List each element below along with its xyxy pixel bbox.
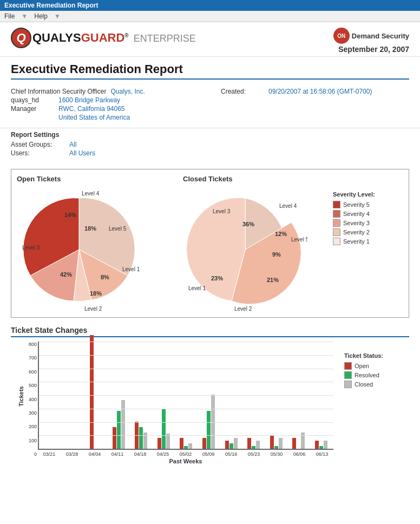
logo-guard: GUARD bbox=[81, 31, 125, 44]
meta-right: Created: 09/20/2007 at 16:58:06 (GMT-070… bbox=[221, 88, 409, 122]
open-tickets-chart: Open Tickets Level 4 Level 5 Leve bbox=[17, 175, 172, 312]
bar-red-bar bbox=[90, 335, 94, 449]
bar-gray-bar bbox=[301, 433, 305, 449]
severity1-color bbox=[333, 238, 340, 245]
meta-created-row: Created: 09/20/2007 at 16:58:06 (GMT-070… bbox=[221, 88, 409, 95]
asset-groups-value: All bbox=[69, 141, 76, 148]
bar-red-bar bbox=[292, 438, 296, 449]
closed-tickets-chart: Closed Tickets Level 3 Level 4 Le bbox=[172, 175, 333, 312]
open-tickets-title: Open Tickets bbox=[17, 175, 167, 183]
open-pie-container: Level 4 Level 5 Level 1 Level 2 Level 3 … bbox=[17, 187, 141, 312]
severity4-color bbox=[333, 210, 340, 218]
bar-red-bar bbox=[158, 438, 161, 449]
bar-red-bar bbox=[315, 441, 319, 449]
closed-legend: Closed bbox=[344, 381, 409, 388]
x-label-03/28: 03/28 bbox=[61, 451, 83, 457]
y400: 400 bbox=[16, 397, 37, 402]
closed-level3-label: Level 3 bbox=[213, 208, 231, 214]
x-label-04/25: 04/25 bbox=[152, 451, 174, 457]
logo-left: Q QUALYSGUARD® ENTERPRISE bbox=[11, 28, 196, 48]
bar-gray-bar bbox=[211, 395, 215, 449]
bar-green-bar bbox=[207, 411, 211, 449]
y-axis-labels: 0 100 200 300 400 500 600 700 800 bbox=[16, 342, 37, 457]
bar-gray-bar bbox=[256, 441, 260, 449]
logo-text: QUALYSGUARD® ENTERPRISE bbox=[32, 31, 196, 45]
open-level4-label: Level 4 bbox=[82, 191, 100, 196]
charts-section: Open Tickets Level 4 Level 5 Leve bbox=[11, 169, 409, 318]
bar-group-05/16 bbox=[220, 438, 242, 449]
bar-green-bar bbox=[139, 427, 143, 449]
settings-section: Report Settings Asset Groups: All Users:… bbox=[0, 128, 420, 163]
x-label-06/13: 06/13 bbox=[311, 451, 333, 457]
closed-tickets-title: Closed Tickets bbox=[183, 175, 333, 183]
users-row: Users: All Users bbox=[11, 149, 409, 157]
open-label: Open bbox=[355, 363, 369, 369]
severity5-color bbox=[333, 201, 340, 208]
logo-reg: ® bbox=[124, 32, 128, 38]
x-label-05/02: 05/02 bbox=[174, 451, 197, 457]
bar-green-bar bbox=[319, 446, 323, 449]
bar-red-bar bbox=[180, 438, 183, 449]
open-legend: Open bbox=[344, 362, 409, 370]
charts-container: Open Tickets Level 4 Level 5 Leve bbox=[17, 175, 403, 312]
help-menu[interactable]: Help bbox=[34, 12, 48, 20]
closed-pie-svg: Level 3 Level 4 Level 5 Level 2 Level 1 … bbox=[183, 187, 307, 312]
severity-legend-title: Severity Level: bbox=[333, 191, 403, 198]
bar-gray-bar bbox=[188, 443, 192, 449]
grid-400 bbox=[39, 395, 333, 396]
chart-body: 0 100 200 300 400 500 600 700 800 bbox=[38, 342, 333, 457]
closed-level3-pct: 36% bbox=[242, 221, 254, 227]
bar-green-bar bbox=[252, 446, 255, 449]
file-menu[interactable]: File bbox=[4, 12, 15, 20]
on-circle-icon: ON bbox=[333, 28, 350, 44]
logo-right: ON Demand Security September 20, 2007 bbox=[333, 28, 409, 54]
logo-enterprise: ENTERPRISE bbox=[131, 33, 196, 44]
meta-created-value: 09/20/2007 at 16:58:06 (GMT-0700) bbox=[268, 88, 372, 95]
x-label-05/16: 05/16 bbox=[220, 451, 242, 457]
header: Q QUALYSGUARD® ENTERPRISE ON Demand Secu… bbox=[0, 22, 420, 57]
bar-red-bar bbox=[113, 427, 116, 449]
closed-label: Closed bbox=[355, 381, 373, 388]
severity5-legend: Severity 5 bbox=[333, 201, 403, 208]
bar-group-05/23 bbox=[242, 438, 265, 449]
severity1-label: Severity 1 bbox=[343, 238, 370, 245]
resolved-color bbox=[344, 371, 352, 379]
meta-user-row: quays_hd 1600 Bridge Parkway bbox=[11, 96, 199, 104]
open-color bbox=[344, 362, 352, 370]
meta-address2: RWC, California 94065 bbox=[58, 105, 125, 113]
meta-role-label: Chief Information Security Officer bbox=[11, 88, 107, 95]
closed-color bbox=[344, 381, 352, 388]
bar-chart-wrapper: Tickets 0 100 200 300 400 500 600 700 80… bbox=[11, 342, 333, 464]
demand-security-text: Demand Security bbox=[352, 32, 409, 40]
y600: 600 bbox=[16, 369, 37, 375]
bar-gray-bar bbox=[121, 400, 125, 449]
x-label-04/18: 04/18 bbox=[129, 451, 152, 457]
severity4-label: Severity 4 bbox=[343, 211, 370, 217]
severity5-label: Severity 5 bbox=[343, 201, 370, 208]
users-label: Users: bbox=[11, 149, 65, 157]
open-level2-label: Level 2 bbox=[84, 306, 102, 312]
bar-red-bar bbox=[225, 441, 229, 449]
closed-level4-pct: 9% bbox=[272, 251, 281, 258]
severity2-legend: Severity 2 bbox=[333, 228, 403, 236]
meta-address3: United States of America bbox=[58, 114, 130, 121]
x-label-03/21: 03/21 bbox=[38, 451, 61, 457]
x-axis-title: Past Weeks bbox=[38, 458, 333, 464]
y0: 0 bbox=[16, 451, 37, 457]
bar-red-bar bbox=[135, 422, 139, 449]
bar-green-bar bbox=[184, 446, 188, 449]
open-level1-pct: 8% bbox=[101, 274, 109, 280]
grid-500 bbox=[39, 382, 333, 382]
bar-group-04/25 bbox=[153, 409, 175, 449]
grid-700 bbox=[39, 355, 333, 356]
grid-300 bbox=[39, 409, 333, 409]
bar-green-bar bbox=[162, 409, 166, 449]
ticket-state-title: Ticket State Changes bbox=[11, 326, 409, 337]
meta-manager-row: Manager RWC, California 94065 bbox=[11, 105, 199, 113]
severity3-legend: Severity 3 bbox=[333, 219, 403, 227]
meta-empty-label bbox=[11, 114, 54, 121]
bar-legend-title: Ticket Status: bbox=[344, 352, 409, 359]
severity3-label: Severity 3 bbox=[343, 220, 370, 226]
meta-info: Chief Information Security Officer Qualy… bbox=[0, 82, 420, 128]
bar-red-bar bbox=[270, 435, 274, 449]
